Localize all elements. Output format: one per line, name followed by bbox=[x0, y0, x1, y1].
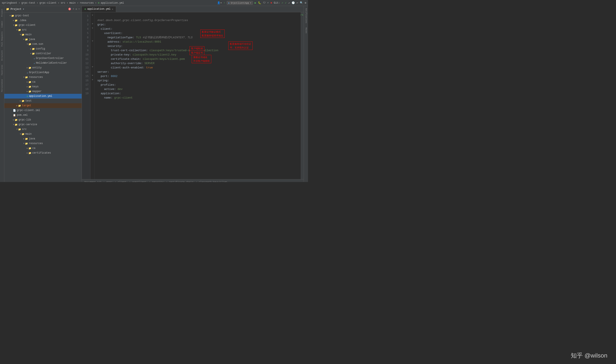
tree-item-idea[interactable]: ▶ 📁 .idea bbox=[4, 18, 82, 23]
sidebar-persistence-icon[interactable]: Persistence bbox=[1, 78, 4, 94]
user-icon[interactable]: 👤▾ bbox=[217, 1, 222, 4]
tree-item-mapper[interactable]: ▶ 📁 mapper bbox=[4, 89, 82, 94]
arrow-icon: ▶ bbox=[13, 19, 14, 22]
tree-item-application-yml[interactable]: ⚙ application.yml bbox=[4, 94, 82, 99]
tree-item-grpc-lib[interactable]: ▶ 📁 grpc-lib bbox=[4, 117, 82, 122]
top-bar-right: 👤▾ ↑ ▶ GrpcClientApp ▾ ▶ 🐛 🛡 ⚡ ■ Git: ✓ … bbox=[217, 1, 306, 5]
breadcrumb-resources[interactable]: resources bbox=[80, 1, 94, 4]
tree-item-controller[interactable]: ▼ 📁 controller bbox=[4, 51, 82, 56]
arrow-icon: ▶ bbox=[23, 137, 25, 140]
run-button[interactable]: ▶ bbox=[255, 1, 256, 4]
arrow-icon: ▼ bbox=[13, 123, 14, 126]
right-sidebar-maven[interactable]: Maven bbox=[304, 25, 308, 36]
tree-item-helloworldcontroller[interactable]: ☕ HelloWorldController bbox=[4, 61, 82, 65]
line-4: userClient: bbox=[97, 32, 123, 35]
document-info: Document 1/1 bbox=[84, 181, 101, 182]
tree-item-grpcclientapp[interactable]: ☕ GrpcClientApp bbox=[4, 70, 82, 75]
right-sidebar-notifications[interactable]: Notifications bbox=[304, 6, 308, 25]
folder-icon: 📁 bbox=[15, 19, 18, 22]
tree-item-grpc-service[interactable]: ▼ 📁 grpc-service bbox=[4, 122, 82, 127]
sidebar-commit-icon[interactable]: Commit bbox=[1, 19, 4, 29]
git-history-icon[interactable]: 🕐 bbox=[292, 1, 295, 4]
git-push-icon[interactable]: ✓ bbox=[285, 1, 287, 4]
line-18: application: bbox=[97, 92, 121, 95]
arrow-icon: ▼ bbox=[13, 24, 14, 26]
panel-settings-icon[interactable]: ⚙ bbox=[76, 8, 77, 11]
search-icon[interactable]: 🔍 bbox=[300, 1, 303, 4]
tree-item-java2[interactable]: ▶ 📁 java bbox=[4, 136, 82, 141]
status-bar: Document 1/1 | grpc: › client: › userCli… bbox=[82, 179, 304, 182]
git-arrow-icon[interactable]: ↗ bbox=[288, 1, 290, 4]
tab-label: application.yml bbox=[87, 8, 110, 11]
tree-item-ca2[interactable]: ▶ 📁 ca bbox=[4, 146, 82, 151]
collapse-icon[interactable]: ≡ bbox=[73, 8, 74, 11]
line-19: name: grpc-client bbox=[97, 96, 133, 99]
arrow-icon: ▼ bbox=[10, 15, 11, 17]
close-tab-icon[interactable]: ✕ bbox=[112, 8, 113, 11]
project-panel: 📁 Project ▾ 🎯 ≡ ⚙ — ▼ 📁 grpc-test ▶ bbox=[4, 6, 82, 182]
folder-icon: 📁 bbox=[28, 81, 31, 83]
tree-item-main2[interactable]: ▼ 📁 main bbox=[4, 132, 82, 136]
tree-item-test[interactable]: ▶ 📁 test bbox=[4, 99, 82, 103]
line-8: trust-cert-collection: classpath:keys/tr… bbox=[97, 49, 219, 52]
locate-icon[interactable]: 🎯 bbox=[68, 8, 71, 11]
tree-item-grpcusercontroller[interactable]: ☕ GrpcUserController bbox=[4, 56, 82, 61]
java-file-icon: ☕ bbox=[27, 71, 28, 74]
line-15: spring: bbox=[97, 79, 109, 82]
app-dropdown-icon: ▾ bbox=[250, 1, 252, 4]
run-with-button[interactable]: ⚡ bbox=[267, 1, 269, 4]
arrow-icon: ▶ bbox=[27, 81, 28, 83]
breadcrumb-grpc-test[interactable]: grpc-test bbox=[21, 1, 35, 4]
tree-item-com-sun[interactable]: ▼ 📁 com.sun bbox=[4, 42, 82, 46]
tree-item-grpc-client[interactable]: ▼ 📁 grpc-client bbox=[4, 23, 82, 27]
folder-icon: 📁 bbox=[32, 48, 35, 50]
sidebar-pull-requests-icon[interactable]: Pull Requests bbox=[1, 30, 4, 48]
yaml-tab-icon: ⚙ bbox=[84, 8, 86, 11]
arrow-icon: ▶ bbox=[20, 100, 21, 102]
folder-icon: 📁 bbox=[15, 118, 18, 121]
git-check-icon[interactable]: ✓ bbox=[282, 1, 283, 4]
breadcrumb-grpc-client[interactable]: grpc-client bbox=[40, 1, 56, 4]
folder-icon: 📁 bbox=[28, 85, 31, 88]
xml-file-icon: 📋 bbox=[13, 114, 16, 117]
sidebar-favorites-icon[interactable]: Favorites bbox=[1, 63, 4, 77]
tree-item-certificates[interactable]: ▶ 📁 certificates bbox=[4, 151, 82, 155]
line-10: certificate-chain: classpath:keys/client… bbox=[97, 57, 185, 61]
code-content[interactable]: #net.devh.boot.grpc.client.config.GrpcSe… bbox=[95, 12, 301, 179]
tree-item-resources2[interactable]: ▼ 📁 resources bbox=[4, 141, 82, 146]
line-7: security: bbox=[97, 45, 123, 48]
breadcrumb-springboot[interactable]: springboot bbox=[2, 1, 17, 4]
close-panel-icon[interactable]: — bbox=[78, 8, 80, 11]
debug-button[interactable]: 🐛 bbox=[258, 1, 261, 4]
breadcrumb-file[interactable]: ⚙ bbox=[98, 1, 99, 4]
tree-item-grpc-test[interactable]: ▼ 📁 grpc-test bbox=[4, 13, 82, 18]
sidebar-structure-icon[interactable]: Structure bbox=[1, 49, 4, 63]
tree-item-keys[interactable]: ▶ 📁 keys bbox=[4, 84, 82, 89]
folder-icon: 📁 bbox=[25, 38, 28, 41]
tree-item-src2[interactable]: ▼ 📁 src bbox=[4, 127, 82, 132]
tree-item-pom-xml[interactable]: 📋 pom.xml bbox=[4, 113, 82, 117]
breadcrumb-src[interactable]: src bbox=[61, 1, 66, 4]
line-16: profiles: bbox=[97, 83, 116, 87]
line-numbers: 1 2 3 4 5 6 7 8 9 10 11 12 13 14 15 16 1 bbox=[82, 12, 90, 179]
tree-item-config[interactable]: ▶ 📁 config bbox=[4, 46, 82, 51]
tree-item-resources[interactable]: ▼ 📁 resources bbox=[4, 75, 82, 80]
settings-icon[interactable]: ⚙ bbox=[305, 1, 306, 4]
stop-button[interactable]: ■ bbox=[271, 1, 272, 4]
tree-item-grpc-client-iml[interactable]: 📄 grpc-client.iml bbox=[4, 108, 82, 113]
tree-item-main[interactable]: ▼ 📁 main bbox=[4, 32, 82, 37]
app-name-badge[interactable]: ▶ GrpcClientApp ▾ bbox=[227, 1, 253, 5]
vcs-icon[interactable]: ↑ bbox=[224, 1, 225, 4]
tree-item-entity[interactable]: ▶ 📁 entity bbox=[4, 65, 82, 70]
editor-tab-application-yml[interactable]: ⚙ application.yml ✕ bbox=[82, 6, 116, 12]
arrow-icon: ▶ bbox=[30, 48, 31, 50]
sidebar-project-icon[interactable]: Project bbox=[1, 7, 4, 18]
coverage-button[interactable]: 🛡 bbox=[263, 1, 266, 4]
breadcrumb-main[interactable]: main bbox=[69, 1, 76, 4]
tree-item-ca[interactable]: ▶ 📁 ca bbox=[4, 80, 82, 84]
git-undo-icon[interactable]: ↩ bbox=[297, 1, 298, 4]
tree-item-target[interactable]: ▶ 📁 target bbox=[4, 103, 82, 108]
tree-item-src[interactable]: ▼ 📁 src bbox=[4, 27, 82, 32]
tree-item-java[interactable]: ▼ 📁 java bbox=[4, 37, 82, 42]
app-name-label: GrpcClientApp bbox=[231, 2, 249, 4]
